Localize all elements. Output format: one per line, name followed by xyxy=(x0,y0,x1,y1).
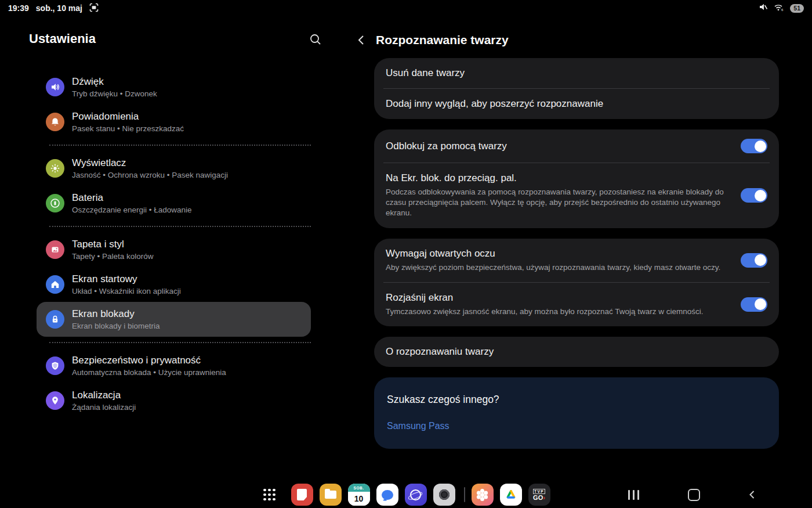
settings-app-window: 19:39 sob., 10 maj xyxy=(0,0,812,508)
brightness-icon xyxy=(46,159,64,178)
row-label: Na Ekr. blok. do przeciąg. pal. xyxy=(386,172,730,184)
suggestion-card: Szukasz czegoś innego? Samsung Pass xyxy=(374,377,779,449)
calendar-app-icon[interactable]: SOB. 10 xyxy=(348,484,370,506)
settings-menu: Dźwięk Tryb dźwięku • Dzwonek Powiadomie… xyxy=(0,70,348,418)
recents-button[interactable] xyxy=(628,481,639,508)
face-unlock-toggle[interactable] xyxy=(741,139,767,153)
sidebar-item-label: Bezpieczeństwo i prywatność xyxy=(72,355,302,366)
my-files-app-icon[interactable] xyxy=(320,484,342,506)
apps-grid-icon[interactable] xyxy=(263,489,276,501)
sidebar-item-sublabel: Tapety • Paleta kolorów xyxy=(72,252,302,261)
sidebar-item-sublabel: Automatyczna blokada • Użycie uprawnieni… xyxy=(72,368,302,377)
sidebar-item-sound[interactable]: Dźwięk Tryb dźwięku • Dzwonek xyxy=(37,70,311,105)
drive-app-icon[interactable] xyxy=(500,484,522,506)
sidebar-item-label: Dźwięk xyxy=(72,76,302,88)
volume-icon xyxy=(46,78,64,96)
location-pin-icon xyxy=(46,391,64,410)
svg-text:6: 6 xyxy=(781,8,784,12)
back-chevron-icon[interactable] xyxy=(355,34,368,49)
samsung-pass-link[interactable]: Samsung Pass xyxy=(387,421,449,431)
brighten-screen-toggle[interactable] xyxy=(741,297,767,312)
remove-face-data-row[interactable]: Usuń dane twarzy xyxy=(374,58,779,88)
row-description: Podczas odblokowywania za pomocą rozpozn… xyxy=(386,187,730,219)
bell-icon xyxy=(46,113,64,131)
sidebar-item-label: Ekran blokady xyxy=(72,308,302,320)
sidebar-item-sublabel: Oszczędzanie energii • Ładowanie xyxy=(72,206,302,214)
sidebar-item-notifications[interactable]: Powiadomienia Pasek stanu • Nie przeszka… xyxy=(37,105,311,139)
back-button[interactable] xyxy=(747,481,757,508)
taskbar: SOB. 10 TVP GO› xyxy=(0,481,812,508)
about-card: O rozpoznawaniu twarzy xyxy=(374,337,779,367)
calendar-weekday: SOB. xyxy=(348,484,370,492)
sidebar-item-label: Bateria xyxy=(72,192,302,204)
gallery-app-icon[interactable] xyxy=(472,484,494,506)
sidebar-item-label: Lokalizacja xyxy=(72,390,302,401)
row-label: O rozpoznawaniu twarzy xyxy=(386,346,494,358)
sidebar-item-sublabel: Tryb dźwięku • Dzwonek xyxy=(72,89,302,98)
sidebar-item-label: Powiadomienia xyxy=(72,111,302,123)
face-unlock-row[interactable]: Odblokuj za pomocą twarzy xyxy=(374,129,779,163)
sidebar-item-battery[interactable]: Bateria Oszczędzanie energii • Ładowanie xyxy=(37,186,311,221)
tvp-go-label: GO xyxy=(533,494,543,501)
status-time: 19:39 xyxy=(8,3,29,13)
page-title: Ustawienia xyxy=(29,31,96,46)
require-open-eyes-row[interactable]: Wymagaj otwartych oczu Aby zwiększyć poz… xyxy=(374,239,779,282)
sidebar-item-display[interactable]: Wyświetlacz Jasność • Ochrona wzroku • P… xyxy=(37,151,311,186)
battery-indicator: 51 xyxy=(790,4,804,13)
row-label: Odblokuj za pomocą twarzy xyxy=(386,140,730,152)
dock-divider xyxy=(464,487,465,502)
row-label: Rozjaśnij ekran xyxy=(386,292,730,304)
sidebar-item-label: Wyświetlacz xyxy=(72,157,302,169)
menu-group-divider xyxy=(49,226,311,227)
recognition-options-card: Wymagaj otwartych oczu Aby zwiększyć poz… xyxy=(374,239,779,326)
home-button[interactable] xyxy=(688,481,700,508)
sidebar-item-sublabel: Żądania lokalizacji xyxy=(72,403,302,412)
home-icon xyxy=(46,275,64,294)
sidebar-item-sublabel: Ekran blokady i biometria xyxy=(72,322,302,330)
brighten-screen-row[interactable]: Rozjaśnij ekran Tymczasowo zwiększ jasno… xyxy=(374,283,779,326)
battery-icon xyxy=(46,194,64,212)
unlock-settings-card: Odblokuj za pomocą twarzy Na Ekr. blok. … xyxy=(374,129,779,228)
sidebar-item-sublabel: Pasek stanu • Nie przeszkadzać xyxy=(72,124,302,133)
sidebar-item-location[interactable]: Lokalizacja Żądania lokalizacji xyxy=(37,383,311,418)
camera-app-icon[interactable] xyxy=(433,484,455,506)
stay-on-lock-screen-row[interactable]: Na Ekr. blok. do przeciąg. pal. Podczas … xyxy=(374,163,779,228)
status-date: sob., 10 maj xyxy=(36,3,82,13)
suggestion-title: Szukasz czegoś innego? xyxy=(387,394,766,406)
about-face-recognition-row[interactable]: O rozpoznawaniu twarzy xyxy=(374,337,779,367)
tvp-label: TVP xyxy=(533,489,545,494)
messages-app-icon[interactable] xyxy=(376,484,398,506)
tvp-go-app-icon[interactable]: TVP GO› xyxy=(528,484,550,506)
add-alternative-look-row[interactable]: Dodaj inny wygląd, aby poszerzyć rozpozn… xyxy=(374,89,779,119)
sidebar-item-lock-screen[interactable]: Ekran blokady Ekran blokady i biometria xyxy=(37,302,311,337)
menu-group-divider xyxy=(49,145,311,146)
mute-icon xyxy=(759,2,768,14)
screen-capture-icon xyxy=(89,3,99,14)
tvp-arrow: › xyxy=(543,494,545,501)
sidebar-item-home-screen[interactable]: Ekran startowy Układ • Wskaźniki ikon ap… xyxy=(37,267,311,302)
wallpaper-icon xyxy=(46,240,64,259)
detail-title: Rozpoznawanie twarzy xyxy=(376,33,509,47)
sidebar-item-sublabel: Układ • Wskaźniki ikon aplikacji xyxy=(72,287,302,296)
menu-group-divider xyxy=(49,342,311,343)
sidebar-item-sublabel: Jasność • Ochrona wzroku • Pasek nawigac… xyxy=(72,171,302,179)
sidebar-item-security[interactable]: Bezpieczeństwo i prywatność Automatyczna… xyxy=(37,348,311,383)
row-label: Wymagaj otwartych oczu xyxy=(386,248,730,260)
row-label: Usuń dane twarzy xyxy=(386,67,465,79)
search-icon[interactable] xyxy=(309,33,322,49)
notes-app-icon[interactable] xyxy=(291,484,313,506)
lock-icon xyxy=(46,310,64,329)
sidebar-item-label: Ekran startowy xyxy=(72,273,302,285)
sidebar-item-wallpaper[interactable]: Tapeta i styl Tapety • Paleta kolorów xyxy=(37,232,311,267)
internet-app-icon[interactable] xyxy=(405,484,427,506)
stay-on-lock-screen-toggle[interactable] xyxy=(741,188,767,203)
shield-icon xyxy=(46,356,64,375)
settings-sidebar: Ustawienia Dźwięk Tryb dźwięku • Dzwonek xyxy=(0,16,348,481)
require-open-eyes-toggle[interactable] xyxy=(741,253,767,268)
row-description: Aby zwiększyć poziom bezpieczeństwa, uży… xyxy=(386,262,730,273)
wifi-icon: 6 xyxy=(774,2,784,14)
sidebar-item-label: Tapeta i styl xyxy=(72,239,302,250)
calendar-day: 10 xyxy=(348,492,370,506)
face-recognition-panel: Rozpoznawanie twarzy Usuń dane twarzy Do… xyxy=(348,16,812,481)
row-description: Tymczasowo zwiększ jasność ekranu, aby m… xyxy=(386,307,730,317)
